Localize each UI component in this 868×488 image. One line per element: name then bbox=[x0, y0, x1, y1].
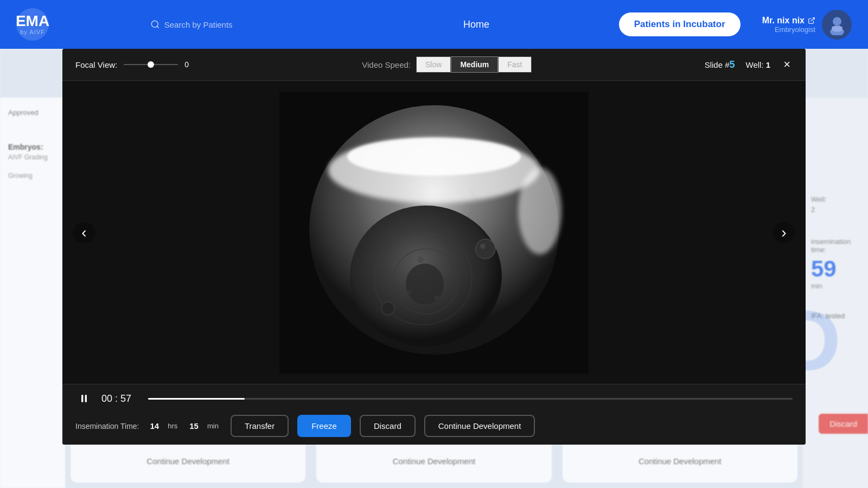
video-speed-label: Video Speed: bbox=[362, 60, 411, 69]
svg-point-0 bbox=[151, 21, 158, 27]
insem-min-unit: min bbox=[207, 422, 219, 430]
pause-icon bbox=[79, 393, 90, 404]
nav-home[interactable]: Home bbox=[334, 19, 618, 30]
action-bar: Insemination Time: 14 hrs 15 min Transfe… bbox=[62, 410, 806, 445]
modal-footer: 00 : 57 Insemination Time: 14 hrs 15 min… bbox=[62, 384, 806, 445]
app-header: EMA by AIVF Search by Patients Home Pati… bbox=[0, 0, 868, 49]
search-area: Search by Patients bbox=[49, 20, 334, 29]
modal-header: Focal View: 0 Video Speed: Slow Medium F… bbox=[62, 49, 806, 81]
user-name: Mr. nix nix bbox=[762, 16, 815, 25]
svg-point-11 bbox=[347, 138, 521, 176]
embryo-image bbox=[279, 92, 589, 374]
svg-point-17 bbox=[476, 239, 495, 259]
svg-point-23 bbox=[446, 269, 449, 272]
svg-point-21 bbox=[435, 296, 439, 300]
bg-card-1: Continue Development bbox=[71, 439, 305, 483]
svg-rect-5 bbox=[833, 25, 840, 31]
bg-insem-label: insemination time: bbox=[811, 237, 860, 254]
focal-slider[interactable] bbox=[124, 64, 178, 65]
slide-label: Slide #5 bbox=[705, 59, 735, 70]
logo: EMA by AIVF bbox=[16, 8, 49, 41]
speed-medium-button[interactable]: Medium bbox=[451, 56, 498, 73]
bg-discard-button: Discard bbox=[819, 414, 868, 434]
speed-slow-button[interactable]: Slow bbox=[416, 56, 451, 73]
search-box[interactable]: Search by Patients bbox=[150, 20, 233, 29]
discard-button[interactable]: Discard bbox=[360, 415, 416, 437]
user-role: Embryologist bbox=[762, 25, 815, 34]
modal-close-button[interactable]: × bbox=[781, 57, 793, 72]
bg-card-3: Continue Development bbox=[563, 439, 797, 483]
modal-body: ‹ bbox=[62, 81, 806, 384]
search-placeholder: Search by Patients bbox=[164, 20, 233, 29]
insem-hrs-value: 14 bbox=[150, 421, 159, 431]
bg-aivf: AIVF Grading bbox=[8, 153, 57, 161]
bg-card-2: Continue Development bbox=[316, 439, 551, 483]
focal-slider-thumb bbox=[148, 61, 154, 68]
svg-rect-27 bbox=[85, 395, 87, 402]
progress-fill bbox=[148, 398, 245, 400]
insem-min-value: 15 bbox=[189, 421, 199, 431]
svg-point-19 bbox=[381, 302, 394, 315]
bg-well-num: 2 bbox=[811, 206, 860, 214]
bg-insem-val: 59 bbox=[811, 256, 860, 282]
insem-time-label: Insemination Time: bbox=[75, 422, 139, 431]
focal-view-label: Focal View: bbox=[75, 60, 117, 69]
pause-button[interactable] bbox=[75, 390, 93, 407]
svg-rect-6 bbox=[832, 27, 834, 31]
next-embryo-button[interactable]: › bbox=[773, 222, 795, 243]
bg-approved: Approved bbox=[8, 108, 57, 117]
logo-sub: by AIVF bbox=[20, 29, 45, 35]
bg-sidebar: Approved Embryos: AIVF Grading Growing bbox=[0, 98, 65, 488]
svg-line-2 bbox=[811, 17, 814, 21]
external-link-icon bbox=[808, 17, 815, 24]
svg-point-12 bbox=[518, 168, 561, 254]
svg-point-18 bbox=[480, 243, 486, 249]
video-speed-control: Video Speed: Slow Medium Fast bbox=[362, 56, 531, 73]
progress-bar[interactable] bbox=[148, 398, 793, 400]
bg-embryos: Embryos: bbox=[8, 143, 57, 151]
svg-rect-7 bbox=[839, 27, 842, 31]
svg-rect-26 bbox=[81, 395, 83, 402]
bg-well-label: Well: bbox=[811, 195, 860, 203]
svg-point-20 bbox=[417, 256, 424, 263]
continue-development-button[interactable]: Continue Development bbox=[424, 415, 535, 437]
user-info: Mr. nix nix Embryologist bbox=[762, 16, 815, 34]
time-display: 00 : 57 bbox=[101, 393, 139, 404]
user-area: Mr. nix nix Embryologist bbox=[762, 10, 852, 40]
slide-well-info: Slide #5 Well: 1 × bbox=[705, 57, 793, 72]
svg-line-1 bbox=[157, 26, 158, 28]
freeze-button[interactable]: Freeze bbox=[297, 415, 351, 437]
svg-point-22 bbox=[407, 290, 412, 295]
focal-value: 0 bbox=[184, 60, 189, 69]
svg-point-3 bbox=[833, 17, 841, 25]
focal-view-control[interactable]: Focal View: 0 bbox=[75, 60, 189, 69]
playback-bar: 00 : 57 bbox=[62, 384, 806, 410]
insem-hrs-unit: hrs bbox=[168, 422, 177, 430]
avatar bbox=[822, 10, 852, 40]
bg-insem-unit: min bbox=[811, 282, 860, 290]
patients-in-incubator-button[interactable]: Patients in Incubator bbox=[619, 12, 741, 36]
prev-embryo-button[interactable]: ‹ bbox=[73, 222, 95, 243]
logo-ema: EMA bbox=[16, 14, 49, 29]
search-icon bbox=[150, 20, 160, 29]
transfer-button[interactable]: Transfer bbox=[231, 415, 289, 437]
embryo-display bbox=[62, 81, 806, 384]
video-modal: Focal View: 0 Video Speed: Slow Medium F… bbox=[62, 49, 806, 445]
well-label: Well: 1 bbox=[746, 60, 771, 69]
bg-growing: Growing bbox=[8, 172, 57, 179]
speed-fast-button[interactable]: Fast bbox=[498, 56, 531, 73]
